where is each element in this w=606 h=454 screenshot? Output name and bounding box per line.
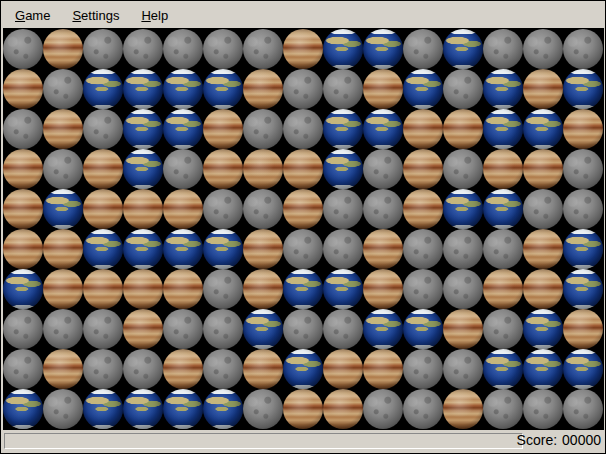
ball-moon[interactable] <box>443 69 483 109</box>
ball-earth[interactable] <box>243 309 283 349</box>
ball-moon[interactable] <box>523 189 563 229</box>
ball-earth[interactable] <box>523 349 563 389</box>
ball-earth[interactable] <box>483 189 523 229</box>
ball-jupiter[interactable] <box>123 189 163 229</box>
ball-jupiter[interactable] <box>523 149 563 189</box>
menu-item-settings[interactable]: Settings <box>61 4 130 27</box>
menu-item-help[interactable]: Help <box>130 4 179 27</box>
ball-jupiter[interactable] <box>123 269 163 309</box>
ball-jupiter[interactable] <box>403 109 443 149</box>
ball-jupiter[interactable] <box>163 349 203 389</box>
ball-earth[interactable] <box>323 29 363 69</box>
ball-jupiter[interactable] <box>363 229 403 269</box>
ball-moon[interactable] <box>283 229 323 269</box>
ball-earth[interactable] <box>163 109 203 149</box>
ball-jupiter[interactable] <box>363 269 403 309</box>
ball-jupiter[interactable] <box>3 69 43 109</box>
ball-jupiter[interactable] <box>283 29 323 69</box>
ball-moon[interactable] <box>243 389 283 429</box>
ball-jupiter[interactable] <box>243 229 283 269</box>
ball-jupiter[interactable] <box>563 309 603 349</box>
ball-earth[interactable] <box>203 69 243 109</box>
ball-earth[interactable] <box>163 69 203 109</box>
ball-jupiter[interactable] <box>43 229 83 269</box>
ball-moon[interactable] <box>483 309 523 349</box>
ball-earth[interactable] <box>3 269 43 309</box>
ball-moon[interactable] <box>443 269 483 309</box>
ball-moon[interactable] <box>403 389 443 429</box>
ball-jupiter[interactable] <box>283 189 323 229</box>
ball-moon[interactable] <box>3 29 43 69</box>
ball-jupiter[interactable] <box>243 69 283 109</box>
ball-jupiter[interactable] <box>363 69 403 109</box>
ball-moon[interactable] <box>283 109 323 149</box>
ball-earth[interactable] <box>163 229 203 269</box>
ball-jupiter[interactable] <box>323 349 363 389</box>
ball-moon[interactable] <box>403 269 443 309</box>
ball-moon[interactable] <box>323 69 363 109</box>
ball-moon[interactable] <box>443 229 483 269</box>
ball-jupiter[interactable] <box>483 149 523 189</box>
ball-jupiter[interactable] <box>123 309 163 349</box>
ball-earth[interactable] <box>363 109 403 149</box>
ball-moon[interactable] <box>283 69 323 109</box>
ball-jupiter[interactable] <box>443 309 483 349</box>
ball-jupiter[interactable] <box>563 109 603 149</box>
ball-moon[interactable] <box>243 109 283 149</box>
ball-moon[interactable] <box>83 309 123 349</box>
ball-jupiter[interactable] <box>163 189 203 229</box>
ball-moon[interactable] <box>483 29 523 69</box>
ball-earth[interactable] <box>283 349 323 389</box>
ball-moon[interactable] <box>123 29 163 69</box>
ball-earth[interactable] <box>83 229 123 269</box>
ball-jupiter[interactable] <box>443 109 483 149</box>
ball-moon[interactable] <box>403 229 443 269</box>
ball-jupiter[interactable] <box>43 29 83 69</box>
ball-earth[interactable] <box>123 229 163 269</box>
ball-moon[interactable] <box>403 349 443 389</box>
ball-earth[interactable] <box>283 269 323 309</box>
ball-moon[interactable] <box>283 309 323 349</box>
ball-moon[interactable] <box>443 349 483 389</box>
ball-moon[interactable] <box>483 229 523 269</box>
ball-jupiter[interactable] <box>403 149 443 189</box>
ball-jupiter[interactable] <box>523 229 563 269</box>
ball-jupiter[interactable] <box>83 149 123 189</box>
ball-jupiter[interactable] <box>203 149 243 189</box>
ball-jupiter[interactable] <box>403 189 443 229</box>
ball-moon[interactable] <box>43 149 83 189</box>
ball-moon[interactable] <box>83 349 123 389</box>
ball-earth[interactable] <box>563 69 603 109</box>
ball-jupiter[interactable] <box>523 269 563 309</box>
ball-jupiter[interactable] <box>203 109 243 149</box>
ball-earth[interactable] <box>483 69 523 109</box>
ball-earth[interactable] <box>3 389 43 429</box>
ball-jupiter[interactable] <box>83 269 123 309</box>
ball-jupiter[interactable] <box>3 229 43 269</box>
ball-moon[interactable] <box>363 389 403 429</box>
ball-moon[interactable] <box>563 389 603 429</box>
ball-jupiter[interactable] <box>43 269 83 309</box>
ball-earth[interactable] <box>123 109 163 149</box>
ball-moon[interactable] <box>363 189 403 229</box>
ball-earth[interactable] <box>483 349 523 389</box>
ball-earth[interactable] <box>443 29 483 69</box>
ball-jupiter[interactable] <box>163 269 203 309</box>
ball-jupiter[interactable] <box>3 189 43 229</box>
ball-moon[interactable] <box>3 309 43 349</box>
ball-jupiter[interactable] <box>363 349 403 389</box>
ball-moon[interactable] <box>523 389 563 429</box>
ball-moon[interactable] <box>403 29 443 69</box>
ball-earth[interactable] <box>363 29 403 69</box>
ball-jupiter[interactable] <box>43 109 83 149</box>
ball-earth[interactable] <box>123 149 163 189</box>
ball-moon[interactable] <box>523 29 563 69</box>
ball-moon[interactable] <box>203 189 243 229</box>
ball-earth[interactable] <box>83 389 123 429</box>
ball-earth[interactable] <box>323 109 363 149</box>
ball-jupiter[interactable] <box>243 149 283 189</box>
ball-jupiter[interactable] <box>283 389 323 429</box>
ball-earth[interactable] <box>203 389 243 429</box>
ball-moon[interactable] <box>323 229 363 269</box>
ball-moon[interactable] <box>323 189 363 229</box>
